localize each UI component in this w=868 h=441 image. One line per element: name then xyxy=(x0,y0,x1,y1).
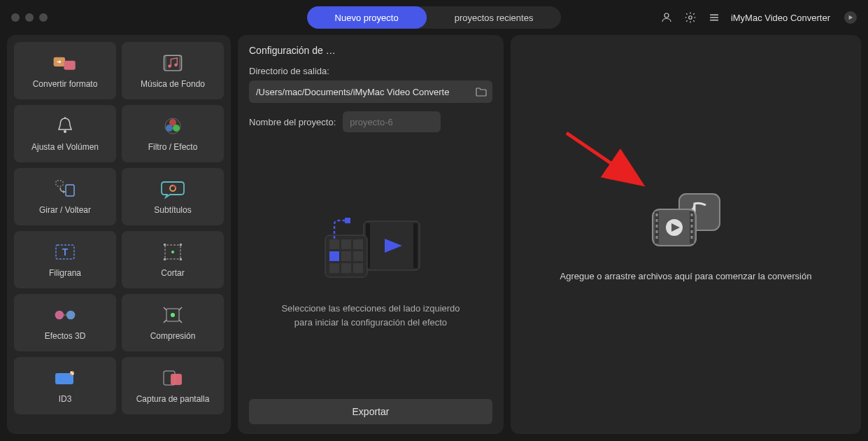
watermark-icon: T xyxy=(52,241,78,262)
svg-rect-64 xyxy=(655,230,657,233)
svg-point-0 xyxy=(664,13,669,18)
rotate-icon xyxy=(52,178,78,200)
svg-rect-61 xyxy=(655,214,657,216)
gear-icon[interactable] xyxy=(683,10,697,24)
config-title: Configuración de … xyxy=(249,45,492,56)
svg-point-1 xyxy=(689,16,692,20)
svg-rect-42 xyxy=(413,223,418,268)
output-dir-field[interactable]: /Users/mac/Documents/iMyMac Video Conver… xyxy=(249,80,492,103)
crop-icon xyxy=(160,241,185,262)
tile-label: Música de Fondo xyxy=(141,79,205,89)
svg-rect-12 xyxy=(179,55,182,71)
svg-rect-19 xyxy=(66,185,74,196)
menu-icon[interactable] xyxy=(707,10,721,24)
tile-background-music[interactable]: Música de Fondo xyxy=(122,42,224,99)
svg-rect-45 xyxy=(329,239,339,249)
effects-illustration-icon xyxy=(311,211,430,288)
tile-rotate-flip[interactable]: Girar / Voltear xyxy=(14,168,116,225)
project-name-input[interactable] xyxy=(343,111,441,132)
svg-rect-28 xyxy=(180,244,182,246)
tile-filter-effect[interactable]: Filtro / Efecto xyxy=(122,105,224,162)
tile-label: Filigrana xyxy=(49,268,81,278)
tile-adjust-volume[interactable]: Ajusta el Volúmen xyxy=(14,105,116,162)
svg-text:T: T xyxy=(62,246,69,258)
svg-rect-68 xyxy=(690,225,692,227)
output-dir-label: Directorio de salida: xyxy=(249,66,492,76)
config-instructions: Seleccione las efecciones del lado izqui… xyxy=(281,302,460,329)
svg-rect-47 xyxy=(353,239,363,249)
folder-icon[interactable] xyxy=(476,87,487,97)
svg-rect-8 xyxy=(164,55,181,71)
tab-recent-projects[interactable]: proyectos recientes xyxy=(427,6,562,29)
svg-rect-55 xyxy=(345,218,350,223)
subtitles-icon xyxy=(160,178,185,200)
app-title: iMyMac Video Converter xyxy=(731,13,830,23)
screenshot-icon xyxy=(160,368,185,388)
header-actions: iMyMac Video Converter xyxy=(660,10,857,24)
tile-label: Girar / Voltear xyxy=(39,205,91,215)
tile-compression[interactable]: Compresión xyxy=(122,294,224,351)
drop-zone[interactable]: Agregue o arrastre archivos aquí para co… xyxy=(511,35,861,434)
svg-rect-46 xyxy=(341,239,351,249)
3d-glasses-icon xyxy=(52,304,78,326)
svg-rect-70 xyxy=(690,236,692,239)
tile-label: Ajusta el Volúmen xyxy=(31,142,99,152)
svg-rect-53 xyxy=(353,263,363,273)
tile-label: Subtítulos xyxy=(154,205,191,215)
main-area: Convertir formato Música de Fondo Ajusta… xyxy=(0,35,868,441)
tile-label: Convertir formato xyxy=(33,79,98,89)
tools-sidebar: Convertir formato Música de Fondo Ajusta… xyxy=(7,35,231,434)
svg-rect-7 xyxy=(64,61,75,70)
tab-new-project[interactable]: Nuevo proyecto xyxy=(307,6,427,29)
titlebar: Nuevo proyecto proyectos recientes iMyMa… xyxy=(0,0,868,35)
music-film-icon xyxy=(160,52,185,74)
svg-rect-69 xyxy=(690,230,692,233)
svg-rect-11 xyxy=(164,55,166,71)
tile-screenshot[interactable]: Captura de pantalla xyxy=(122,357,224,414)
tile-crop[interactable]: Cortar xyxy=(122,231,224,288)
drop-media-icon xyxy=(644,188,728,251)
user-icon[interactable] xyxy=(660,10,674,24)
tile-label: Efectos 3D xyxy=(45,331,86,341)
svg-rect-67 xyxy=(690,219,692,222)
output-dir-value: /Users/mac/Documents/iMyMac Video Conver… xyxy=(256,87,449,97)
maximize-window-button[interactable] xyxy=(39,13,48,22)
volume-bell-icon xyxy=(52,115,78,136)
svg-point-17 xyxy=(166,125,173,132)
svg-point-26 xyxy=(171,251,174,253)
svg-rect-39 xyxy=(171,374,182,385)
tile-label: ID3 xyxy=(59,394,72,404)
svg-rect-36 xyxy=(55,373,73,384)
tile-label: Compresión xyxy=(150,331,196,341)
tile-convert-format[interactable]: Convertir formato xyxy=(14,42,116,99)
tile-subtitles[interactable]: Subtítulos xyxy=(122,168,224,225)
svg-rect-66 xyxy=(690,214,692,216)
svg-rect-20 xyxy=(56,181,63,186)
svg-point-13 xyxy=(64,130,66,133)
project-name-label: Nombre del proyecto: xyxy=(249,117,336,127)
svg-rect-51 xyxy=(329,263,339,273)
tile-3d-effects[interactable]: Efectos 3D xyxy=(14,294,116,351)
svg-rect-30 xyxy=(180,258,182,260)
svg-rect-50 xyxy=(353,251,363,261)
svg-rect-29 xyxy=(164,258,166,260)
close-window-button[interactable] xyxy=(11,13,20,22)
svg-point-32 xyxy=(66,311,76,320)
export-button[interactable]: Exportar xyxy=(249,399,492,424)
tile-watermark[interactable]: T Filigrana xyxy=(14,231,116,288)
minimize-window-button[interactable] xyxy=(25,13,34,22)
project-tabs: Nuevo proyecto proyectos recientes xyxy=(307,6,562,29)
color-wheel-icon xyxy=(160,115,185,136)
svg-rect-27 xyxy=(164,244,166,246)
window-controls xyxy=(11,13,48,22)
svg-rect-52 xyxy=(341,263,351,273)
tile-id3[interactable]: ID3 xyxy=(14,357,116,414)
svg-marker-5 xyxy=(849,15,853,20)
convert-icon xyxy=(52,52,78,74)
config-panel: Configuración de … Directorio de salida:… xyxy=(238,35,504,434)
svg-point-35 xyxy=(171,313,175,317)
svg-point-18 xyxy=(173,125,180,132)
svg-rect-54 xyxy=(329,251,339,261)
tile-label: Cortar xyxy=(161,268,184,278)
compress-icon xyxy=(160,304,185,326)
